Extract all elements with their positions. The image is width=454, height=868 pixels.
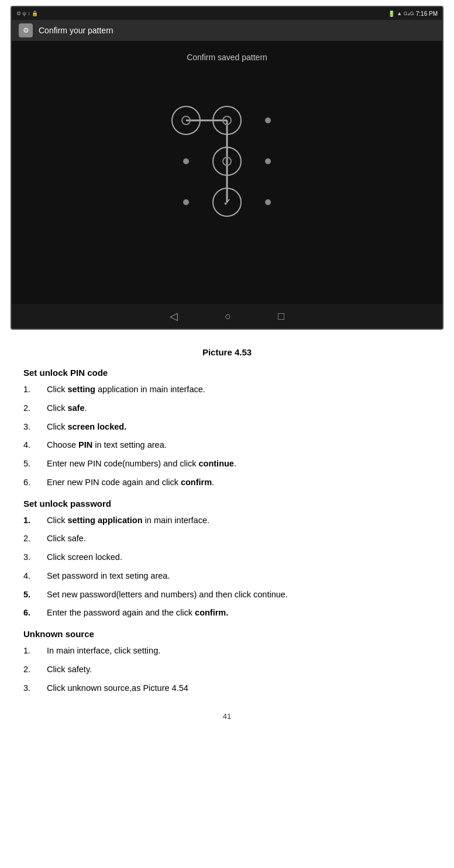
pattern-area: Confirm saved pattern bbox=[12, 41, 442, 304]
section-unknown-heading: Unknown source bbox=[23, 629, 431, 639]
pattern-subtitle: Confirm saved pattern bbox=[187, 53, 267, 62]
title-bar-text: Confirm your pattern bbox=[39, 26, 114, 35]
pattern-node-5-inner bbox=[222, 157, 232, 166]
status-bar-right: 🔋 ▲ G₄G 7:16 PM bbox=[388, 11, 438, 17]
section-password-heading: Set unlock password bbox=[23, 499, 431, 509]
pin-step-4: 4. Choose PIN in text setting area. bbox=[23, 439, 431, 452]
pattern-dot-7 bbox=[183, 199, 189, 205]
pattern-dot-4 bbox=[183, 158, 189, 164]
unknown-step-3: 3. Click unknown source,as Picture 4.54 bbox=[23, 682, 431, 695]
pattern-grid: ✓ bbox=[145, 79, 309, 243]
section-pin-code: Set unlock PIN code 1. Click setting app… bbox=[23, 368, 431, 489]
pwd-step-6: 6. Enter the password again and the clic… bbox=[23, 607, 431, 620]
pin-step-1: 1. Click setting application in main int… bbox=[23, 383, 431, 396]
pin-step-6: 6. Ener new PIN code again and click con… bbox=[23, 476, 431, 489]
pin-step-5: 5. Enter new PIN code(numbers) and click… bbox=[23, 458, 431, 471]
signal-icons: ▲ G₄G bbox=[397, 11, 414, 16]
pattern-node-1 bbox=[171, 106, 201, 135]
pwd-step-2: 2. Click safe. bbox=[23, 532, 431, 545]
battery-icon: 🔋 bbox=[388, 11, 395, 17]
unknown-steps-list: 1. In main interface, click setting. 2. … bbox=[23, 645, 431, 694]
pwd-step-1: 1. Click setting application in main int… bbox=[23, 514, 431, 527]
page-number: 41 bbox=[23, 712, 431, 721]
section-pin-heading: Set unlock PIN code bbox=[23, 368, 431, 378]
pattern-dot-3 bbox=[265, 117, 271, 123]
pin-step-2: 2. Click safe. bbox=[23, 402, 431, 415]
pattern-node-1-inner bbox=[181, 116, 191, 125]
pin-steps-list: 1. Click setting application in main int… bbox=[23, 383, 431, 489]
document-area: Picture 4.53 Set unlock PIN code 1. Clic… bbox=[0, 330, 454, 744]
status-bar: ⚙ ψ ↕ 🔒 🔋 ▲ G₄G 7:16 PM bbox=[12, 7, 442, 20]
recent-button[interactable]: □ bbox=[278, 310, 284, 323]
unknown-step-1: 1. In main interface, click setting. bbox=[23, 645, 431, 658]
title-bar: ⚙ Confirm your pattern bbox=[12, 20, 442, 41]
nav-bar: ◁ ○ □ bbox=[12, 304, 442, 328]
pwd-step-3: 3. Click screen locked. bbox=[23, 551, 431, 564]
status-bar-left: ⚙ ψ ↕ 🔒 bbox=[16, 11, 38, 16]
home-button[interactable]: ○ bbox=[225, 310, 231, 323]
pattern-node-8: ✓ bbox=[212, 188, 242, 217]
unknown-step-2: 2. Click safety. bbox=[23, 663, 431, 676]
section-unknown-source: Unknown source 1. In main interface, cli… bbox=[23, 629, 431, 694]
settings-icon: ⚙ bbox=[19, 23, 33, 37]
pattern-dot-6 bbox=[265, 158, 271, 164]
section-password: Set unlock password 1. Click setting app… bbox=[23, 499, 431, 620]
phone-screenshot: ⚙ ψ ↕ 🔒 🔋 ▲ G₄G 7:16 PM ⚙ Confirm your p… bbox=[11, 6, 443, 330]
pwd-step-4: 4. Set password in text seting area. bbox=[23, 570, 431, 583]
pin-step-3: 3. Click screen locked. bbox=[23, 421, 431, 434]
back-button[interactable]: ◁ bbox=[170, 310, 178, 323]
pattern-node-2-inner bbox=[222, 116, 232, 125]
pattern-node-2 bbox=[212, 106, 242, 135]
pwd-step-5: 5. Set new password(letters and numbers)… bbox=[23, 589, 431, 601]
pattern-dot-9 bbox=[265, 199, 271, 205]
picture-caption: Picture 4.53 bbox=[23, 347, 431, 357]
password-steps-list: 1. Click setting application in main int… bbox=[23, 514, 431, 620]
pattern-node-5 bbox=[212, 147, 242, 176]
time-display: 7:16 PM bbox=[416, 11, 438, 17]
